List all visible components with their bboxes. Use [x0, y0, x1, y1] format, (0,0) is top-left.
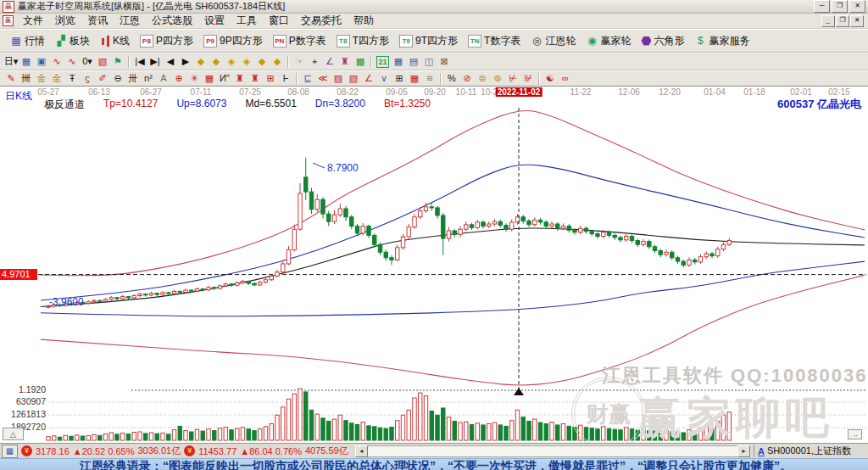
toolbar-button-江恩轮[interactable]: ◎江恩轮 — [526, 32, 581, 50]
draw-tool-icon-7[interactable]: ✐ — [95, 72, 110, 85]
chart-tool-icon-25[interactable]: ▩ — [353, 55, 368, 68]
expand-panel-button[interactable]: △ — [3, 428, 24, 440]
chart-tool-icon-8[interactable]: ⚑ — [110, 55, 125, 68]
chart-tool-icon-7[interactable]: ▧ — [95, 55, 110, 68]
draw-tool-icon-39[interactable]: ∞ — [558, 72, 573, 85]
chart-tool-icon-21[interactable]: ☞ — [292, 55, 307, 68]
menu-item-工具[interactable]: 工具 — [231, 13, 263, 29]
draw-tool-icon-12[interactable]: ⊕ — [171, 72, 186, 85]
draw-tool-icon-27[interactable]: ⊞ — [392, 72, 407, 85]
draw-tool-icon-32[interactable]: ⊘ — [459, 72, 475, 85]
minimize-button[interactable]: ─ — [814, 0, 830, 13]
toolbar-button-P四方形[interactable]: P8P四方形 — [135, 32, 198, 50]
chart-tool-icon-28[interactable]: ▦ — [391, 55, 406, 68]
draw-tool-icon-9[interactable]: 卅 — [125, 72, 141, 85]
chart-tool-icon-1[interactable]: 日▾ — [3, 55, 19, 68]
menu-item-公式选股[interactable]: 公式选股 — [146, 13, 198, 29]
draw-tool-icon-22[interactable]: ≪ — [315, 72, 331, 85]
scroll-right-button[interactable]: → — [848, 429, 862, 439]
chart-tool-icon-19[interactable]: ◆ — [270, 55, 285, 68]
draw-tool-icon-36[interactable]: ⊮ — [520, 72, 536, 85]
toolbar-button-赢家轮[interactable]: ◉赢家轮 — [581, 32, 636, 50]
scrollbar-right-arrow[interactable]: ▸ — [737, 445, 750, 457]
draw-tool-icon-33[interactable]: ⊜ — [475, 72, 490, 85]
chart-tool-icon-6[interactable]: 0▾ — [80, 55, 95, 68]
restore-button[interactable]: ❐ — [832, 0, 848, 13]
toolbar-button-板块[interactable]: ▞板块 — [50, 32, 95, 50]
draw-tool-icon-15[interactable]: И" — [217, 72, 232, 85]
draw-tool-icon-8[interactable]: ⊖ — [110, 72, 125, 85]
mdi-restore-button[interactable]: ❐ — [836, 15, 849, 27]
chart-tool-icon-30[interactable]: ◫ — [421, 55, 437, 68]
toolbar-button-9T四方形[interactable]: T99T四方形 — [394, 32, 463, 50]
toolbar-button-行情[interactable]: ▦行情 — [5, 32, 50, 50]
draw-tool-icon-18[interactable]: ⊞ — [263, 72, 278, 85]
draw-tool-icon-2[interactable]: 卌 — [19, 72, 34, 85]
chart-tool-icon-18[interactable]: ◆ — [254, 55, 270, 68]
draw-tool-icon-3[interactable]: 金 — [34, 72, 49, 85]
mdi-close-button[interactable]: ✕ — [850, 15, 864, 27]
scrollbar-left-arrow[interactable]: ◂ — [355, 445, 368, 457]
draw-tool-icon-1[interactable]: ✎ — [3, 72, 19, 85]
horizontal-scrollbar[interactable]: ◂ ▸ — [355, 445, 750, 457]
chart-tool-icon-4[interactable]: ∿ — [49, 55, 64, 68]
chart-tool-icon-24[interactable]: ♜ — [337, 55, 353, 68]
toolbar-button-T四方形[interactable]: T8T四方形 — [331, 32, 394, 50]
toolbar-button-六角形[interactable]: 六角形 — [636, 32, 689, 50]
toolbar-button-9P四方形[interactable]: P99P四方形 — [198, 32, 268, 50]
draw-tool-icon-5[interactable]: Ŧ — [64, 72, 80, 85]
kline-period-tab[interactable]: 日K线 — [5, 89, 32, 104]
menu-item-窗口[interactable]: 窗口 — [263, 13, 295, 29]
draw-tool-icon-25[interactable]: ∠ — [361, 72, 376, 85]
draw-tool-icon-4[interactable]: 金 — [49, 72, 64, 85]
chart-tool-icon-15[interactable]: ◆ — [209, 55, 224, 68]
draw-tool-icon-13[interactable]: ✳ — [186, 72, 202, 85]
menu-item-江恩[interactable]: 江恩 — [114, 13, 146, 29]
draw-tool-icon-38[interactable]: ☯ — [542, 72, 558, 85]
chart-tool-icon-12[interactable]: ◀ — [163, 55, 178, 68]
chart-tool-icon-2[interactable]: ▦ — [19, 55, 34, 68]
draw-tool-icon-23[interactable]: ▨ — [331, 72, 346, 85]
chart-tool-icon-31[interactable]: ⊠ — [437, 55, 452, 68]
draw-tool-icon-29[interactable]: ≋ — [422, 72, 437, 85]
chart-tool-icon-13[interactable]: ▶ — [178, 55, 193, 68]
chart-tool-icon-11[interactable]: ▶| — [147, 55, 163, 68]
quote-grid-icon[interactable]: ▦ — [2, 445, 18, 458]
draw-tool-icon-19[interactable]: Ⱶ — [278, 72, 293, 85]
menu-item-文件[interactable]: 文件 — [17, 13, 49, 29]
chart-tool-icon-16[interactable]: ◈ — [224, 55, 239, 68]
menu-item-交易委托[interactable]: 交易委托 — [295, 13, 348, 29]
menu-item-帮助[interactable]: 帮助 — [348, 13, 380, 29]
draw-tool-icon-26[interactable]: ∨ — [376, 72, 392, 85]
draw-tool-icon-35[interactable]: ⊬ — [505, 72, 520, 85]
draw-tool-icon-31[interactable]: % — [444, 72, 459, 85]
close-button[interactable]: ✕ — [849, 0, 865, 13]
chart-tool-icon-22[interactable]: ＋ — [307, 55, 322, 68]
chart-tool-icon-5[interactable]: ∿ — [64, 55, 80, 68]
menu-item-设置[interactable]: 设置 — [198, 13, 231, 29]
chart-tool-icon-29[interactable]: ▤ — [406, 55, 421, 68]
scrollbar-track[interactable] — [368, 445, 737, 457]
draw-tool-icon-11[interactable]: A — [156, 72, 171, 85]
toolbar-button-P数字表[interactable]: PNP数字表 — [268, 32, 331, 50]
linked-index-panel[interactable]: A SH000001,上证指数 — [754, 445, 866, 457]
draw-tool-icon-10[interactable]: n² — [141, 72, 156, 85]
chart-tool-icon-27[interactable]: 21 — [376, 56, 389, 68]
mdi-minimize-button[interactable]: _ — [821, 15, 835, 27]
draw-tool-icon-14[interactable]: ▦ — [202, 72, 217, 85]
draw-tool-icon-34[interactable]: ⊛ — [490, 72, 505, 85]
draw-tool-icon-21[interactable]: ⊑ — [300, 72, 315, 85]
draw-tool-icon-28[interactable]: ▦ — [407, 72, 422, 85]
chart-tool-icon-14[interactable]: ◆ — [193, 55, 209, 68]
draw-tool-icon-17[interactable]: ♜ — [248, 72, 263, 85]
chart-tool-icon-23[interactable]: ∠ — [322, 55, 337, 68]
menu-item-浏览[interactable]: 浏览 — [49, 13, 81, 29]
draw-tool-icon-24[interactable]: ▧ — [346, 72, 361, 85]
menu-item-资讯[interactable]: 资讯 — [81, 13, 114, 29]
chart-tool-icon-10[interactable]: |◀ — [132, 55, 147, 68]
toolbar-button-T数字表[interactable]: TNT数字表 — [463, 32, 526, 50]
toolbar-button-K线[interactable]: K线 — [95, 32, 135, 50]
draw-tool-icon-16[interactable]: ♜ — [232, 72, 248, 85]
chart-tool-icon-3[interactable]: ▣ — [34, 55, 49, 68]
draw-tool-icon-6[interactable]: ϛ — [80, 72, 95, 85]
